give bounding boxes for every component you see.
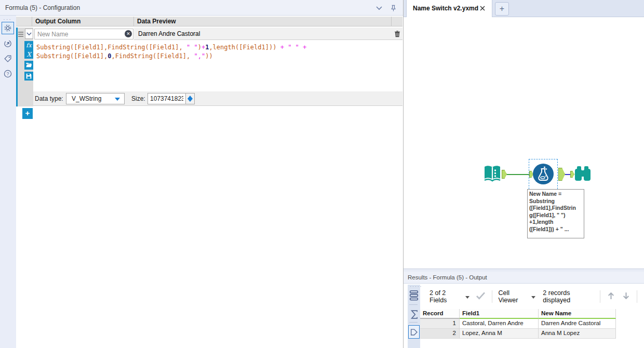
connector-formula-to-browse[interactable] xyxy=(565,174,570,175)
close-tab-icon[interactable] xyxy=(480,5,486,11)
table-cell: Castoral, Darren Andre xyxy=(460,319,539,329)
code-token: ,length([Field1])) xyxy=(209,44,280,51)
cell-viewer-dropdown[interactable]: Cell Viewer xyxy=(498,289,528,304)
toolbar-separator xyxy=(492,290,492,303)
strip-divider xyxy=(409,304,418,305)
data-type-bar: Data type: V_WString Size: xyxy=(33,91,403,106)
code-token: " " xyxy=(186,44,198,51)
toolbar-separator-3 xyxy=(637,290,637,303)
data-type-dropdown[interactable]: V_WString xyxy=(66,93,125,104)
records-displayed-label: 2 records displayed xyxy=(543,289,594,304)
row-grip-column xyxy=(18,28,24,106)
navigation-arrow-icon[interactable] xyxy=(2,37,14,50)
fields-dropdown[interactable]: 2 of 2 Fields xyxy=(430,289,462,304)
expression-editor[interactable]: Substring([Field1],FindString([Field1], … xyxy=(33,41,403,91)
formula-tool[interactable] xyxy=(533,164,554,184)
svg-text:?: ? xyxy=(6,71,9,76)
config-left-rail: ··· ? xyxy=(0,16,16,348)
workflow-tab[interactable]: Name Switch v2.yxmd xyxy=(406,0,492,17)
variables-icon[interactable]: X xyxy=(24,50,33,59)
code-token: Substring([Field1],FindString([Field1], xyxy=(36,44,186,51)
header-record[interactable]: Record xyxy=(420,309,460,319)
output-column-input[interactable] xyxy=(34,29,133,39)
help-icon[interactable]: ? xyxy=(2,68,14,80)
data-preview-value: Darren Andre Castoral xyxy=(134,28,392,40)
code-token: Substring([Field1], xyxy=(36,52,108,60)
output-column-header: Output Column xyxy=(32,17,134,26)
header-new-name[interactable]: New Name xyxy=(539,309,616,319)
apply-check-icon[interactable] xyxy=(476,292,486,301)
strip-divider-2 xyxy=(409,322,418,323)
browse-tool[interactable] xyxy=(573,164,593,184)
fields-caret-icon[interactable] xyxy=(465,296,469,299)
document-tab-bar: Name Switch v2.yxmd + xyxy=(404,0,644,17)
connector-input-to-formula[interactable] xyxy=(507,174,529,175)
grid-header-spacer xyxy=(16,17,32,26)
data-view-icon[interactable] xyxy=(408,325,420,339)
clear-input-icon[interactable]: ✕ xyxy=(125,30,132,37)
binoculars-icon xyxy=(573,164,593,184)
grid-header-trash-spacer xyxy=(392,17,403,26)
next-record-icon[interactable] xyxy=(622,291,630,302)
collapse-chevron-icon[interactable] xyxy=(376,4,384,12)
results-left-strip: ····· xyxy=(408,285,420,348)
results-toolbar: 2 of 2 Fields Cell Viewer 2 records disp… xyxy=(420,286,643,307)
layout-view-icon[interactable] xyxy=(408,289,420,302)
size-label: Size: xyxy=(131,95,145,102)
code-token: ) xyxy=(198,44,202,51)
cell-viewer-caret-icon[interactable] xyxy=(531,296,535,299)
configuration-tab-gear-icon[interactable] xyxy=(2,22,14,34)
size-spinner[interactable] xyxy=(186,93,195,104)
code-token: " " xyxy=(288,44,299,51)
data-type-label: Data type: xyxy=(35,95,63,102)
data-preview-header: Data Preview xyxy=(134,17,392,26)
code-token: + xyxy=(303,44,306,51)
new-tab-button[interactable]: + xyxy=(495,2,509,16)
table-cell: Darren Andre Castoral xyxy=(539,319,616,329)
results-header: Results - Formula (5) - Output xyxy=(404,272,644,284)
beaker-icon xyxy=(533,164,554,184)
results-title: Results - Formula (5) - Output xyxy=(408,274,487,280)
annotation-tag-icon[interactable] xyxy=(2,52,14,65)
table-row[interactable]: 2Lopez, Anna MAnna M Lopez xyxy=(420,329,616,339)
code-token: + xyxy=(280,44,284,51)
header-field1[interactable]: Field1 xyxy=(460,309,539,319)
table-cell: 2 xyxy=(420,329,460,339)
results-panel: Results - Formula (5) - Output ····· 2 o… xyxy=(404,272,644,348)
table-cell: Lopez, Anna M xyxy=(460,329,539,339)
metadata-view-icon[interactable] xyxy=(408,307,420,321)
table-row[interactable]: 1Castoral, Darren AndreDarren Andre Cast… xyxy=(420,319,616,329)
code-line: Substring([Field1],FindString([Field1], … xyxy=(36,43,403,52)
configuration-panel: Formula (5) - Configuration ··· ? Output… xyxy=(0,0,404,348)
text-input-tool[interactable] xyxy=(482,163,503,184)
table-cell: Anna M Lopez xyxy=(539,329,616,339)
dropdown-caret-icon xyxy=(115,98,120,101)
save-expression-icon[interactable] xyxy=(24,72,33,81)
book-icon xyxy=(482,163,503,184)
size-input[interactable] xyxy=(147,93,186,104)
functions-fx-icon[interactable]: fx xyxy=(24,41,33,50)
code-token: "," xyxy=(194,52,205,60)
results-table: Record Field1 New Name 1Castoral, Darren… xyxy=(420,309,616,339)
configuration-title: Formula (5) - Configuration xyxy=(5,4,80,11)
code-token xyxy=(299,44,303,51)
results-table-body: 1Castoral, Darren AndreDarren Andre Cast… xyxy=(420,319,616,339)
code-token: 0 xyxy=(108,52,111,60)
pin-icon[interactable] xyxy=(390,4,398,12)
add-expression-button[interactable]: + xyxy=(22,108,33,119)
open-expression-icon[interactable] xyxy=(24,61,33,70)
workflow-tab-title: Name Switch v2.yxmd xyxy=(413,5,478,12)
row-drag-handle-icon[interactable] xyxy=(18,31,23,38)
formula-output-anchor[interactable] xyxy=(558,168,565,181)
toolbar-separator-2 xyxy=(600,290,600,303)
previous-record-icon[interactable] xyxy=(607,291,615,302)
configuration-panel-header: Formula (5) - Configuration xyxy=(0,0,403,16)
table-cell: 1 xyxy=(420,319,460,329)
code-token: )) xyxy=(205,52,212,60)
expression-collapse-button[interactable] xyxy=(25,29,33,39)
tool-annotation[interactable]: New Name = Substring ([Field1],FindStrin… xyxy=(527,189,584,238)
text-input-output-anchor[interactable] xyxy=(502,170,507,179)
workflow-canvas[interactable]: New Name = Substring ([Field1],FindStrin… xyxy=(404,17,644,269)
delete-expression-button[interactable] xyxy=(392,28,403,40)
code-token: ,FindString([Field1], xyxy=(112,52,194,60)
